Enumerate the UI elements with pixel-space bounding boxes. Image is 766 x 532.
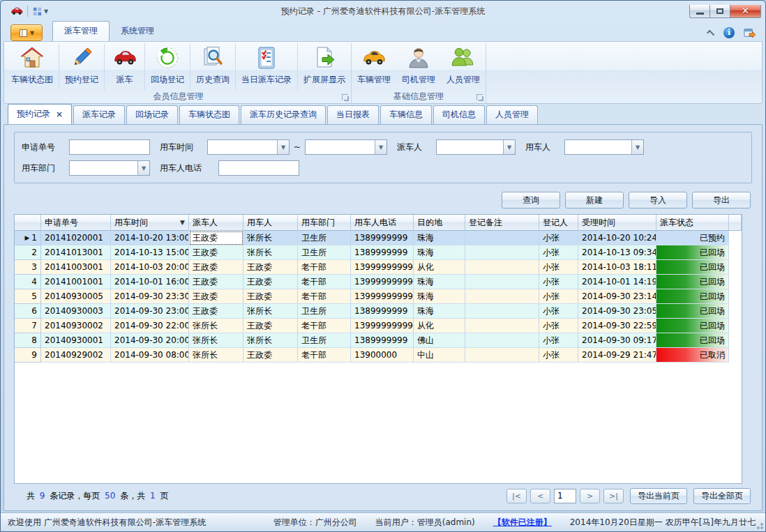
table-cell[interactable]: 小张 [539, 260, 578, 275]
table-cell[interactable]: 2014-09-30 22:59 [578, 319, 656, 333]
table-cell[interactable]: 13999999999 [351, 275, 414, 289]
status-cell[interactable]: 已回场 [656, 333, 729, 348]
column-header-申请单号[interactable]: 申请单号 [41, 215, 111, 231]
request-no-input[interactable] [69, 139, 150, 155]
table-cell[interactable]: 1389999999 [351, 333, 414, 348]
table-cell[interactable]: 2014-09-30 23:14 [578, 289, 656, 304]
table-cell[interactable]: 13999999999 [351, 319, 414, 333]
table-cell[interactable] [465, 260, 539, 275]
combo-arrow-icon[interactable]: ▼ [277, 140, 289, 154]
table-cell[interactable] [465, 333, 539, 348]
table-cell[interactable]: 20140929002 [41, 348, 111, 363]
table-cell[interactable]: 王政委 [243, 275, 298, 289]
ribbon-button-历史查询[interactable]: 历史查询 [190, 43, 235, 90]
table-cell[interactable]: 从化 [414, 319, 465, 333]
row-number-cell[interactable]: 6 [15, 304, 41, 319]
column-header-派车状态[interactable]: 派车状态 [656, 215, 729, 231]
ribbon-button-派车[interactable]: 派车 [104, 43, 144, 90]
table-row[interactable]: 5201409300052014-09-30 23:30王政委王政委老干部139… [15, 289, 742, 304]
table-cell[interactable]: 王政委 [189, 304, 243, 319]
table-cell[interactable]: 小张 [539, 348, 578, 363]
table-cell[interactable]: 佛山 [414, 333, 465, 348]
table-cell[interactable]: 王政委 [243, 319, 298, 333]
table-cell[interactable]: 1389999999 [351, 245, 414, 260]
status-cell[interactable]: 已回场 [656, 289, 729, 304]
table-cell[interactable]: 中山 [414, 348, 465, 363]
export-all-pages-button[interactable]: 导出全部页 [693, 488, 751, 504]
ribbon-button-预约登记[interactable]: 预约登记 [59, 43, 104, 90]
pager-prev-button[interactable]: < [530, 489, 550, 503]
row-number-cell[interactable]: ▶1 [15, 231, 41, 245]
maximize-button[interactable] [709, 5, 730, 18]
user-phone-input[interactable] [218, 160, 299, 176]
ribbon-button-回场登记[interactable]: 回场登记 [144, 43, 190, 90]
resize-grip[interactable] [755, 521, 763, 529]
export-button[interactable]: 导出 [692, 192, 751, 208]
close-button[interactable]: ✕ [730, 5, 761, 18]
table-cell[interactable] [465, 245, 539, 260]
column-header-用车人[interactable]: 用车人 [243, 215, 298, 231]
sort-desc-icon[interactable]: ▼ [180, 219, 185, 226]
table-cell[interactable]: 2014-10-03 18:11 [578, 260, 656, 275]
column-header-登记人[interactable]: 登记人 [539, 215, 578, 231]
use-time-to-combo[interactable]: ▼ [305, 139, 387, 155]
doc-tab-当日报表[interactable]: 当日报表 [327, 105, 379, 124]
column-header-用车人电话[interactable]: 用车人电话 [351, 215, 414, 231]
table-cell[interactable]: 2014-10-03 20:00 [111, 260, 189, 275]
table-cell[interactable]: 2014-10-20 13:00 [111, 231, 189, 245]
import-button[interactable]: 导入 [629, 192, 687, 208]
table-cell[interactable]: 2014-09-30 22:00 [111, 319, 189, 333]
query-button[interactable]: 查询 [502, 192, 560, 208]
table-cell[interactable]: 2014-09-29 21:47 [578, 348, 656, 363]
status-cell[interactable]: 已取消 [656, 348, 729, 363]
tab-close-icon[interactable]: × [56, 109, 63, 119]
table-cell[interactable]: 小张 [539, 319, 578, 333]
new-button[interactable]: 新建 [565, 192, 624, 208]
table-cell[interactable]: 2014-10-01 14:19 [578, 275, 656, 289]
table-cell[interactable]: 张所长 [243, 245, 298, 260]
table-cell[interactable]: 王政委 [189, 231, 243, 245]
table-cell[interactable]: 20140930003 [41, 304, 111, 319]
table-cell[interactable]: 珠海 [414, 304, 465, 319]
status-cell[interactable]: 已回场 [656, 260, 729, 275]
table-cell[interactable]: 珠海 [414, 245, 465, 260]
ribbon-button-车辆管理[interactable]: 车辆管理 [352, 43, 396, 90]
ribbon-tab-system[interactable]: 系统管理 [110, 22, 165, 41]
row-number-cell[interactable]: 4 [15, 275, 41, 289]
dialog-launcher-icon[interactable] [342, 94, 348, 100]
about-icon[interactable] [743, 27, 756, 38]
page-input[interactable] [554, 489, 576, 503]
table-cell[interactable]: 王政委 [189, 275, 243, 289]
table-cell[interactable]: 老干部 [298, 260, 351, 275]
table-cell[interactable]: 2014-09-30 23:00 [111, 304, 189, 319]
table-row[interactable]: 9201409290022014-09-30 08:00张所长王政委老干部139… [15, 348, 742, 363]
combo-arrow-icon[interactable]: ▼ [503, 140, 515, 154]
doc-tab-车辆信息[interactable]: 车辆信息 [380, 105, 432, 124]
combo-arrow-icon[interactable]: ▼ [631, 140, 643, 154]
ribbon-button-车辆状态图[interactable]: 车辆状态图 [6, 43, 59, 90]
combo-arrow-icon[interactable]: ▼ [375, 140, 386, 154]
table-row[interactable]: 7201409300022014-09-30 22:00张所长王政委老干部139… [15, 319, 742, 333]
table-cell[interactable]: 13900000 [351, 348, 414, 363]
doc-tab-派车历史记录查询[interactable]: 派车历史记录查询 [241, 105, 326, 124]
export-current-page-button[interactable]: 导出当前页 [630, 488, 687, 504]
table-cell[interactable]: 张所长 [189, 333, 243, 348]
column-header-用车部门[interactable]: 用车部门 [298, 215, 351, 231]
table-cell[interactable]: 20140930001 [41, 333, 111, 348]
table-cell[interactable]: 珠海 [414, 275, 465, 289]
table-cell[interactable]: 卫生所 [298, 231, 351, 245]
table-cell[interactable] [465, 319, 539, 333]
table-cell[interactable]: 卫生所 [298, 304, 351, 319]
table-cell[interactable]: 2014-09-30 09:17 [578, 333, 656, 348]
pager-last-button[interactable]: >| [603, 489, 624, 503]
table-cell[interactable]: 20141013001 [41, 245, 111, 260]
table-cell[interactable]: 20140930005 [41, 289, 111, 304]
app-menu-button[interactable]: ▼ [10, 24, 43, 41]
table-cell[interactable]: 珠海 [414, 289, 465, 304]
status-cell[interactable]: 已预约 [656, 231, 729, 245]
table-cell[interactable]: 张所长 [243, 231, 298, 245]
ribbon-button-扩展屏显示[interactable]: 扩展屏显示 [297, 43, 351, 90]
pager-first-button[interactable]: |< [506, 489, 527, 503]
status-cell[interactable]: 已回场 [656, 245, 729, 260]
table-cell[interactable]: 2014-10-01 16:00 [111, 275, 189, 289]
